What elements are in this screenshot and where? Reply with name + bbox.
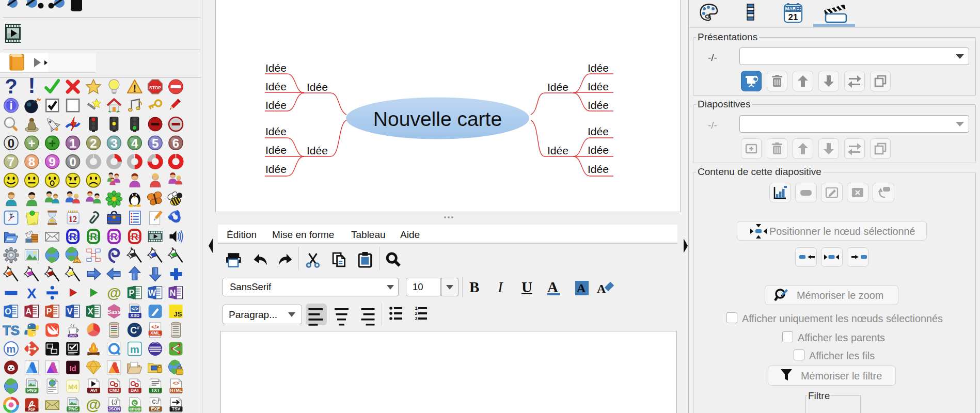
svg-text:STOP: STOP — [149, 85, 161, 90]
svg-text:Idée: Idée — [588, 144, 609, 156]
svg-text:m: m — [7, 343, 16, 355]
svg-text:TXT: TXT — [151, 388, 160, 393]
svg-text:3: 3 — [415, 316, 417, 321]
svg-text:Idée: Idée — [307, 145, 328, 156]
svg-text:5: 5 — [152, 136, 159, 150]
svg-text:JS: JS — [174, 310, 182, 318]
svg-text:XML: XML — [150, 330, 161, 336]
svg-text:Idée: Idée — [265, 99, 287, 111]
svg-text:2: 2 — [90, 136, 97, 150]
svg-text:CMD: CMD — [109, 388, 119, 393]
svg-text:Idée: Idée — [265, 144, 287, 156]
svg-text:N: N — [170, 289, 176, 297]
svg-text:W: W — [148, 289, 156, 297]
svg-text:@: @ — [107, 285, 121, 301]
svg-text:M4: M4 — [68, 383, 78, 391]
svg-text:JAVA: JAVA — [69, 334, 77, 337]
svg-text:V: V — [67, 307, 73, 316]
svg-text:1: 1 — [415, 306, 417, 311]
svg-text:?: ? — [5, 75, 17, 98]
svg-text:0: 0 — [69, 155, 76, 169]
svg-text:PDF: PDF — [28, 408, 35, 411]
svg-text:7: 7 — [8, 155, 14, 169]
svg-text:<>: <> — [173, 380, 180, 386]
svg-text:Idée: Idée — [588, 99, 609, 111]
svg-text:XSD: XSD — [131, 313, 139, 318]
svg-text:12: 12 — [69, 215, 77, 224]
svg-text:0: 0 — [8, 136, 14, 150]
svg-text:Id: Id — [69, 364, 76, 373]
svg-text:8: 8 — [28, 155, 35, 169]
svg-text:e: e — [133, 400, 136, 406]
svg-text:!: ! — [133, 83, 136, 94]
svg-text:C:/: C:/ — [152, 399, 159, 405]
svg-text:X: X — [88, 307, 93, 316]
svg-text:HTML: HTML — [170, 388, 182, 393]
svg-text:Idée: Idée — [265, 62, 287, 74]
svg-text:Idée: Idée — [265, 125, 287, 137]
svg-text:Idée: Idée — [547, 81, 568, 93]
svg-text:Idée: Idée — [588, 163, 609, 175]
svg-text:</>: </> — [151, 324, 159, 330]
svg-text:Idée: Idée — [307, 81, 328, 93]
svg-text:+: + — [49, 136, 56, 150]
svg-text:9: 9 — [49, 155, 56, 169]
svg-text:3: 3 — [110, 136, 117, 150]
svg-text:1: 1 — [69, 136, 76, 150]
svg-text:P: P — [46, 307, 52, 316]
svg-text:TSV: TSV — [172, 406, 181, 411]
svg-text:O: O — [5, 307, 11, 316]
svg-text:+: + — [28, 136, 35, 150]
svg-text:Idée: Idée — [588, 125, 609, 137]
svg-text:P: P — [129, 289, 134, 297]
svg-text:6: 6 — [172, 136, 179, 150]
svg-text:i: i — [9, 99, 12, 112]
svg-text:C: C — [130, 325, 137, 336]
svg-text:Idée: Idée — [265, 81, 287, 92]
svg-text:Nouvelle carte: Nouvelle carte — [373, 108, 502, 130]
svg-text:{;}: {;} — [112, 399, 117, 405]
svg-text:!: ! — [76, 257, 77, 263]
svg-text:Idée: Idée — [588, 62, 609, 74]
svg-text:Sass: Sass — [107, 309, 121, 315]
svg-text:TS: TS — [3, 323, 20, 338]
svg-text:PNG: PNG — [68, 406, 78, 411]
svg-text:Idée: Idée — [265, 163, 287, 175]
svg-text:4: 4 — [131, 136, 138, 150]
svg-text:Idée: Idée — [588, 81, 609, 92]
svg-text:JSON: JSON — [108, 406, 120, 411]
svg-text:BAT: BAT — [131, 388, 140, 393]
svg-text:X: X — [27, 285, 37, 301]
svg-text:AVI: AVI — [90, 388, 98, 393]
svg-text:A: A — [26, 307, 32, 316]
svg-text:#: # — [137, 325, 139, 330]
svg-text:EXE: EXE — [151, 406, 160, 411]
svg-text:PNG: PNG — [27, 388, 37, 393]
svg-text:ePUB: ePUB — [130, 407, 141, 411]
svg-text:2: 2 — [415, 311, 417, 316]
svg-text:@: @ — [86, 396, 101, 413]
svg-text:m: m — [130, 344, 139, 355]
svg-text:Idée: Idée — [547, 145, 568, 156]
svg-text:</>: </> — [132, 306, 138, 311]
